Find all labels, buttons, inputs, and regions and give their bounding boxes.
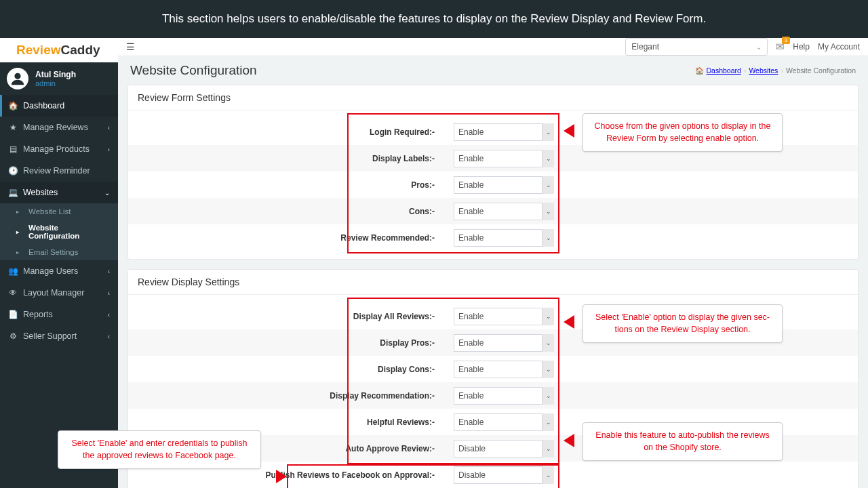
subnav-website-config[interactable]: ▸Website Configuration: [0, 220, 118, 244]
label-display-rec: Display Recommendation:-: [128, 391, 454, 401]
panel-review-form: Review Form Settings Login Required:-Ena…: [127, 85, 859, 260]
chevron-left-icon: ‹: [108, 146, 110, 153]
bullet-icon: ▸: [16, 249, 19, 256]
nav-review-reminder[interactable]: 🕑Review Reminder: [0, 160, 118, 182]
help-link[interactable]: Help: [793, 42, 810, 52]
info-banner: This section helps users to enable/disab…: [0, 0, 868, 38]
chevron-down-icon: ⌄: [542, 334, 554, 352]
theme-select[interactable]: Elegant ⌄: [625, 38, 768, 56]
eye-icon: 👁: [8, 288, 18, 298]
bullet-icon: ▸: [16, 209, 19, 215]
bullet-icon: ▸: [16, 229, 19, 235]
arrow-icon: [564, 315, 574, 329]
menu-toggle-icon[interactable]: ☰: [126, 41, 135, 52]
select-display-cons[interactable]: Enable⌄: [454, 361, 554, 378]
nav-manage-products[interactable]: ▤Manage Products‹: [0, 138, 118, 160]
nav-manage-reviews[interactable]: ★Manage Reviews‹: [0, 117, 118, 138]
callout-auto-approve: Enable this feature to auto-publish the …: [583, 422, 783, 461]
select-cons[interactable]: Enable⌄: [454, 203, 554, 220]
callout-display: Select 'Enable' option to display the gi…: [583, 304, 783, 343]
label-display-pros: Display Pros:-: [128, 338, 454, 348]
chevron-down-icon: ⌄: [542, 413, 554, 431]
notifications-button[interactable]: ✉ 3: [776, 41, 785, 53]
chevron-down-icon: ⌄: [542, 123, 554, 141]
crumb-dashboard[interactable]: Dashboard: [707, 66, 741, 75]
crumb-websites[interactable]: Websites: [749, 66, 778, 75]
select-display-pros[interactable]: Enable⌄: [454, 334, 554, 352]
arrow-icon: [276, 470, 287, 483]
topbar: ☰ Elegant ⌄ ✉ 3 Help My Account: [118, 38, 868, 56]
arrow-icon: [564, 434, 574, 447]
select-fb-publish[interactable]: Disable⌄: [454, 466, 554, 484]
chevron-down-icon: ⌄: [542, 466, 554, 484]
chevron-down-icon: ⌄: [542, 229, 554, 247]
logo-part1: Review: [16, 43, 60, 58]
chevron-left-icon: ‹: [108, 289, 110, 297]
label-display-all: Display All Reviews:-: [128, 312, 454, 321]
clock-icon: 🕑: [8, 166, 18, 176]
label-login-required: Login Required:-: [128, 127, 454, 137]
user-name: Atul Singh: [35, 70, 76, 79]
panel-header: Review Form Settings: [128, 85, 858, 110]
select-recommended[interactable]: Enable⌄: [454, 229, 554, 247]
avatar: [7, 68, 28, 89]
panel-header: Review Display Settings: [128, 270, 858, 295]
callout-review-form: Choose from the given options to display…: [583, 113, 783, 152]
crumb-current: Website Configuration: [786, 66, 856, 75]
nav-manage-users[interactable]: 👥Manage Users‹: [0, 260, 118, 282]
gear-icon: ⚙: [8, 331, 18, 341]
chevron-down-icon: ⌄: [104, 189, 110, 197]
arrow-icon: [564, 124, 574, 138]
chevron-left-icon: ‹: [108, 268, 110, 275]
page-header: Website Configuration 🏠 Dashboard › Webs…: [118, 56, 868, 85]
users-icon: 👥: [8, 266, 18, 276]
main-content: ☰ Elegant ⌄ ✉ 3 Help My Account Website …: [118, 38, 868, 488]
laptop-icon: 💻: [8, 188, 18, 197]
sidebar: ReviewCaddy Atul Singh admin 🏠Dashboard …: [0, 38, 118, 488]
chevron-left-icon: ‹: [108, 124, 110, 131]
chevron-down-icon: ⌄: [542, 440, 554, 458]
label-pros: Pros:-: [128, 180, 454, 190]
chevron-down-icon: ⌄: [542, 150, 554, 167]
subnav-email-settings[interactable]: ▸Email Settings: [0, 244, 118, 260]
select-helpful[interactable]: Enable⌄: [454, 413, 554, 431]
label-recommended: Review Recommended:-: [128, 233, 454, 243]
nav-websites[interactable]: 💻Websites⌄: [0, 182, 118, 203]
select-auto-approve[interactable]: Disable⌄: [454, 440, 554, 458]
label-display-labels: Display Labels:-: [128, 154, 454, 163]
select-login-required[interactable]: Enable⌄: [454, 123, 554, 141]
nav-seller-support[interactable]: ⚙Seller Support‹: [0, 325, 118, 347]
select-display-rec[interactable]: Enable⌄: [454, 387, 554, 405]
nav-layout-manager[interactable]: 👁Layout Manager‹: [0, 282, 118, 304]
notification-badge: 3: [782, 37, 790, 44]
chevron-down-icon: ⌄: [542, 308, 554, 325]
subnav-website-list[interactable]: ▸Website List: [0, 203, 118, 220]
chevron-left-icon: ‹: [108, 333, 110, 340]
chevron-down-icon: ⌄: [542, 176, 554, 194]
select-display-all[interactable]: Enable⌄: [454, 308, 554, 325]
select-pros[interactable]: Enable⌄: [454, 176, 554, 194]
logo: ReviewCaddy: [0, 38, 118, 62]
dashboard-icon: 🏠: [8, 101, 18, 110]
theme-value: Elegant: [631, 42, 659, 52]
list-icon: ▤: [8, 144, 18, 154]
file-icon: 📄: [8, 310, 18, 319]
svg-point-0: [14, 73, 20, 79]
chevron-down-icon: ⌄: [756, 43, 762, 51]
label-helpful: Helpful Reviews:-: [128, 418, 454, 427]
label-fb-publish: Publish Reviews to Facebook on Approval:…: [128, 470, 454, 480]
account-link[interactable]: My Account: [818, 42, 860, 52]
chevron-down-icon: ⌄: [542, 387, 554, 405]
user-panel: Atul Singh admin: [0, 62, 118, 95]
chevron-down-icon: ⌄: [542, 203, 554, 220]
select-display-labels[interactable]: Enable⌄: [454, 150, 554, 167]
chevron-down-icon: ⌄: [542, 361, 554, 378]
nav-reports[interactable]: 📄Reports‹: [0, 304, 118, 325]
home-icon: 🏠: [695, 66, 704, 75]
panel-review-display: Review Display Settings Display All Revi…: [127, 269, 859, 488]
nav-dashboard[interactable]: 🏠Dashboard: [0, 95, 118, 117]
label-cons: Cons:-: [128, 207, 454, 216]
logo-part2: Caddy: [60, 43, 100, 58]
chevron-left-icon: ‹: [108, 311, 110, 319]
label-display-cons: Display Cons:-: [128, 365, 454, 374]
